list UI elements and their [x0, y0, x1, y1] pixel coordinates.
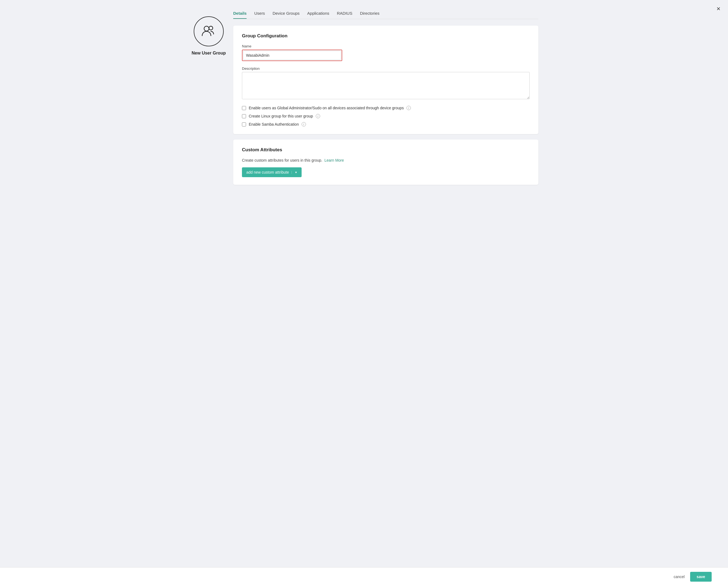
checkbox-global-admin-label: Enable users as Global Administrator/Sud…	[249, 106, 404, 110]
checkbox-group: Enable users as Global Administrator/Sud…	[242, 106, 530, 126]
svg-point-1	[209, 26, 213, 30]
tab-details[interactable]: Details	[233, 11, 246, 19]
sidebar-group-name: New User Group	[191, 51, 226, 56]
user-group-icon	[201, 23, 217, 40]
footer: cancel save	[0, 567, 728, 586]
tab-applications[interactable]: Applications	[307, 11, 330, 19]
checkbox-linux-group[interactable]	[242, 114, 246, 118]
checkbox-samba[interactable]	[242, 122, 246, 126]
name-input[interactable]	[243, 51, 341, 60]
group-configuration-title: Group Configuration	[242, 33, 530, 39]
add-custom-attribute-button[interactable]: add new custom attribute ▼	[242, 167, 302, 177]
content-area: Details Users Device Groups Applications…	[233, 11, 538, 575]
info-icon-global-admin[interactable]: i	[407, 106, 411, 110]
add-attribute-label: add new custom attribute	[246, 170, 289, 174]
info-icon-samba[interactable]: i	[302, 122, 306, 126]
custom-attributes-title: Custom Attributes	[242, 147, 530, 153]
description-textarea[interactable]	[242, 72, 530, 99]
description-form-group: Description	[242, 67, 530, 100]
save-button[interactable]: save	[690, 572, 712, 582]
name-label: Name	[242, 44, 530, 48]
name-form-group: Name	[242, 44, 530, 61]
tab-directories[interactable]: Directories	[360, 11, 380, 19]
tabs-container: Details Users Device Groups Applications…	[233, 11, 538, 19]
name-input-wrapper	[242, 50, 342, 61]
main-layout: New User Group Details Users Device Grou…	[173, 0, 555, 586]
info-icon-linux-group[interactable]: i	[316, 114, 320, 118]
tab-radius[interactable]: RADIUS	[337, 11, 352, 19]
checkbox-item-samba: Enable Samba Authentication i	[242, 122, 530, 126]
svg-point-0	[204, 26, 209, 31]
checkbox-samba-label: Enable Samba Authentication	[249, 122, 299, 126]
cancel-button[interactable]: cancel	[674, 575, 684, 579]
close-button[interactable]: ×	[717, 5, 720, 12]
tab-users[interactable]: Users	[254, 11, 265, 19]
checkbox-global-admin[interactable]	[242, 106, 246, 110]
checkbox-item-global-admin: Enable users as Global Administrator/Sud…	[242, 106, 530, 110]
custom-attributes-description: Create custom attributes for users in th…	[242, 158, 530, 162]
avatar	[194, 16, 224, 46]
dropdown-arrow-icon: ▼	[291, 171, 297, 174]
checkbox-linux-group-label: Create Linux group for this user group	[249, 114, 313, 118]
tab-device-groups[interactable]: Device Groups	[272, 11, 300, 19]
learn-more-link[interactable]: Learn More	[324, 158, 344, 162]
group-configuration-card: Group Configuration Name Description Ena…	[233, 26, 538, 134]
custom-attributes-card: Custom Attributes Create custom attribut…	[233, 139, 538, 185]
checkbox-item-linux-group: Create Linux group for this user group i	[242, 114, 530, 118]
description-label: Description	[242, 67, 530, 71]
sidebar: New User Group	[184, 11, 233, 575]
